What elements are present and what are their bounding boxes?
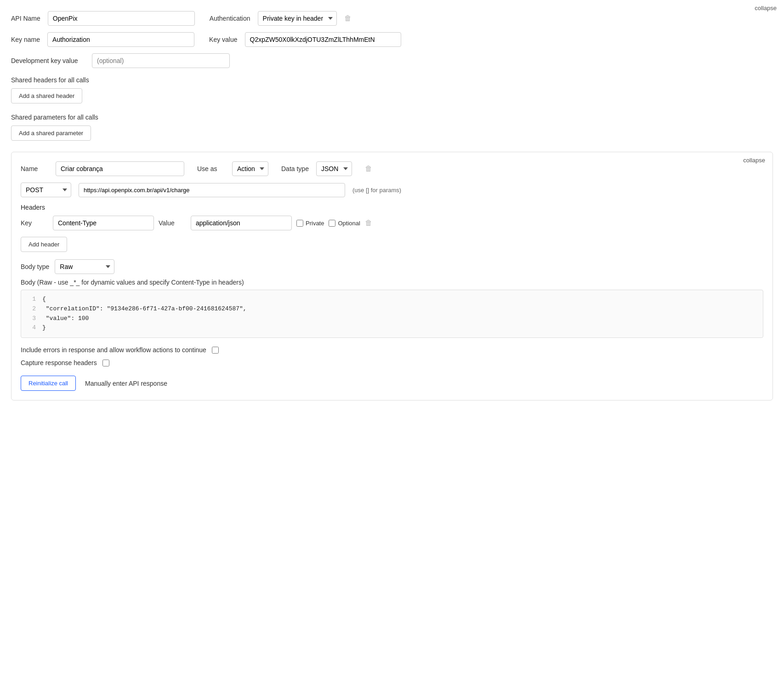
header-key-input[interactable] bbox=[53, 216, 154, 230]
shared-headers-title: Shared headers for all calls bbox=[11, 76, 773, 84]
header-value-input[interactable] bbox=[191, 216, 292, 230]
header-private-label[interactable]: Private bbox=[296, 220, 324, 227]
use-as-label: Use as bbox=[197, 165, 225, 172]
call-name-label: Name bbox=[21, 165, 48, 172]
key-value-label: Key value bbox=[209, 36, 237, 43]
key-name-input[interactable] bbox=[47, 32, 194, 47]
header-optional-checkbox[interactable] bbox=[329, 220, 335, 227]
header-value-label: Value bbox=[159, 219, 186, 227]
api-name-input[interactable] bbox=[48, 11, 195, 26]
code-line-3: 3 "value": 100 bbox=[27, 314, 757, 324]
add-header-button[interactable]: Add header bbox=[21, 237, 67, 252]
dev-key-input[interactable] bbox=[92, 53, 230, 68]
authentication-label: Authentication bbox=[210, 15, 250, 22]
body-type-label: Body type bbox=[21, 263, 49, 270]
key-value-input[interactable] bbox=[245, 32, 401, 47]
key-name-label: Key name bbox=[11, 36, 40, 43]
include-errors-label: Include errors in response and allow wor… bbox=[21, 346, 206, 354]
body-description: Body (Raw - use _*_ for dynamic values a… bbox=[21, 279, 763, 286]
top-collapse-link[interactable]: collapse bbox=[755, 5, 777, 11]
dev-key-label: Development key value bbox=[11, 57, 85, 64]
header-private-checkbox[interactable] bbox=[296, 220, 303, 227]
header-optional-label[interactable]: Optional bbox=[329, 220, 360, 227]
add-shared-header-button[interactable]: Add a shared header bbox=[11, 88, 82, 103]
body-editor[interactable]: 1{ 2 "correlationID": "9134e286-6f71-427… bbox=[21, 290, 763, 338]
reinitialize-button[interactable]: Reinitialize call bbox=[21, 376, 76, 391]
shared-params-title: Shared parameters for all calls bbox=[11, 114, 773, 121]
capture-headers-label: Capture response headers bbox=[21, 359, 97, 366]
body-type-select[interactable]: Raw bbox=[55, 259, 114, 274]
data-type-label: Data type bbox=[281, 165, 309, 172]
capture-headers-checkbox[interactable] bbox=[102, 360, 109, 366]
delete-api-icon[interactable]: 🗑 bbox=[344, 14, 352, 23]
code-line-1: 1{ bbox=[27, 295, 757, 304]
headers-title: Headers bbox=[21, 204, 763, 211]
http-method-select[interactable]: POST bbox=[21, 183, 71, 197]
authentication-select[interactable]: Private key in header bbox=[258, 11, 337, 26]
params-hint: (use [] for params) bbox=[352, 187, 401, 194]
code-line-2: 2 "correlationID": "9134e286-6f71-427a-b… bbox=[27, 304, 757, 314]
use-as-select[interactable]: Action bbox=[232, 161, 268, 176]
code-line-4: 4} bbox=[27, 323, 757, 333]
header-key-label: Key bbox=[21, 219, 48, 227]
manually-enter-link[interactable]: Manually enter API response bbox=[85, 380, 167, 387]
delete-call-icon[interactable]: 🗑 bbox=[365, 165, 372, 173]
add-shared-param-button[interactable]: Add a shared parameter bbox=[11, 126, 91, 141]
inner-collapse-link[interactable]: collapse bbox=[743, 157, 765, 164]
url-input[interactable] bbox=[79, 183, 345, 197]
delete-header-icon[interactable]: 🗑 bbox=[365, 219, 372, 227]
api-name-label: API Name bbox=[11, 15, 40, 22]
include-errors-checkbox[interactable] bbox=[212, 347, 219, 354]
data-type-select[interactable]: JSON bbox=[316, 161, 352, 176]
call-name-input[interactable] bbox=[56, 161, 184, 176]
